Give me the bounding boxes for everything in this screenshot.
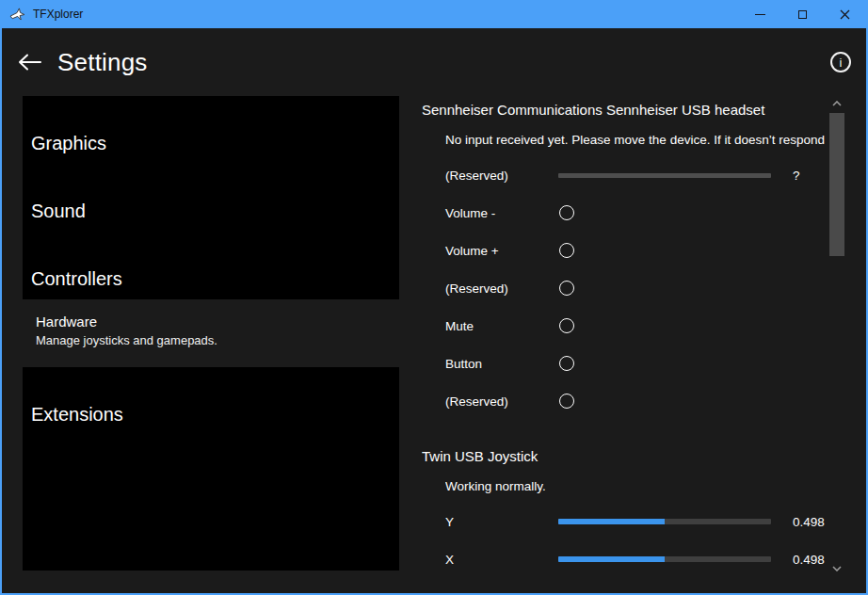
nav-item-controllers[interactable]: Controllers — [23, 245, 399, 299]
close-button[interactable] — [824, 0, 866, 28]
device-status: No input received yet. Please move the d… — [445, 122, 829, 156]
nav-item-hardware-title: Hardware — [36, 312, 399, 331]
scrollbar-thumb[interactable] — [829, 113, 844, 256]
page-header: Settings i — [2, 28, 866, 96]
close-icon — [840, 9, 850, 20]
axis-x-fill — [558, 556, 665, 562]
device-status: Working normally. — [445, 469, 829, 503]
control-value: 0.498 — [793, 553, 825, 567]
control-label: Y — [445, 515, 558, 529]
control-label: (Reserved) — [445, 169, 558, 183]
control-label: Mute — [445, 319, 558, 333]
control-label: (Reserved) — [445, 394, 558, 409]
scrollbar-track[interactable] — [829, 111, 844, 561]
nav-group-bottom: Extensions — [23, 367, 399, 571]
nav-item-graphics[interactable]: Graphics — [23, 109, 399, 177]
maximize-icon — [798, 10, 807, 19]
settings-content: Graphics Sound Controllers Hardware Mana… — [2, 96, 866, 593]
control-row: (Reserved) — [422, 269, 829, 307]
control-label: (Reserved) — [445, 281, 558, 296]
axis-y-fill — [558, 519, 665, 524]
app-jet-icon — [9, 7, 25, 23]
axis-y-bar — [558, 519, 771, 524]
nav-item-hardware-selected[interactable]: Hardware Manage joysticks and gamepads. — [23, 299, 399, 367]
hardware-detail-pane: Sennheiser Communications Sennheiser USB… — [422, 96, 829, 593]
button-state-indicator — [559, 394, 574, 409]
control-row: (Reserved) ? — [422, 156, 829, 194]
button-state-indicator — [559, 205, 574, 220]
scroll-down-button[interactable] — [829, 561, 844, 576]
button-state-indicator — [559, 318, 574, 333]
app-window: TFXplorer Settings i Graphics Sound Co — [0, 0, 868, 595]
nav-group-top: Graphics Sound Controllers — [23, 96, 399, 299]
control-label: Volume + — [445, 244, 558, 258]
chevron-down-icon — [832, 566, 842, 571]
nav-item-extensions[interactable]: Extensions — [23, 380, 399, 448]
control-row: Button — [422, 345, 829, 382]
info-button[interactable]: i — [830, 52, 851, 72]
button-state-indicator — [559, 243, 574, 258]
button-state-indicator — [559, 356, 574, 371]
right-margin — [844, 96, 866, 593]
scroll-up-button[interactable] — [829, 96, 844, 111]
device-joystick: Twin USB Joystick Working normally. Y 0.… — [422, 444, 829, 578]
device-headset: Sennheiser Communications Sennheiser USB… — [422, 98, 829, 420]
button-state-indicator — [559, 281, 574, 296]
device-name: Twin USB Joystick — [422, 444, 829, 469]
maximize-button[interactable] — [781, 0, 824, 28]
control-label: Button — [445, 357, 558, 371]
app-title: TFXplorer — [33, 8, 83, 21]
nav-item-hardware-subtitle: Manage joysticks and gamepads. — [36, 331, 399, 349]
control-value: ? — [793, 169, 800, 183]
window-controls — [739, 0, 866, 28]
control-value: 0.498 — [793, 515, 825, 529]
control-row: Volume - — [422, 194, 829, 232]
titlebar[interactable]: TFXplorer — [2, 0, 866, 28]
info-icon: i — [840, 56, 843, 70]
chevron-up-icon — [832, 101, 842, 106]
page-title: Settings — [57, 48, 148, 77]
settings-nav: Graphics Sound Controllers Hardware Mana… — [23, 96, 399, 593]
nav-item-sound[interactable]: Sound — [23, 177, 399, 245]
control-label: X — [445, 553, 558, 567]
minimize-icon — [755, 14, 765, 15]
control-row: (Reserved) — [422, 382, 829, 420]
control-label: Volume - — [445, 206, 558, 220]
device-name: Sennheiser Communications Sennheiser USB… — [422, 98, 829, 122]
control-row: X 0.498 — [422, 540, 829, 578]
vertical-scrollbar[interactable] — [829, 96, 844, 576]
control-row: Volume + — [422, 232, 829, 269]
back-arrow-icon — [17, 53, 42, 72]
reserved-bar — [558, 173, 771, 178]
control-row: Y 0.498 — [422, 503, 829, 540]
control-row: Mute — [422, 307, 829, 345]
minimize-button[interactable] — [739, 0, 781, 28]
back-button[interactable] — [15, 48, 43, 76]
axis-x-bar — [558, 556, 771, 562]
